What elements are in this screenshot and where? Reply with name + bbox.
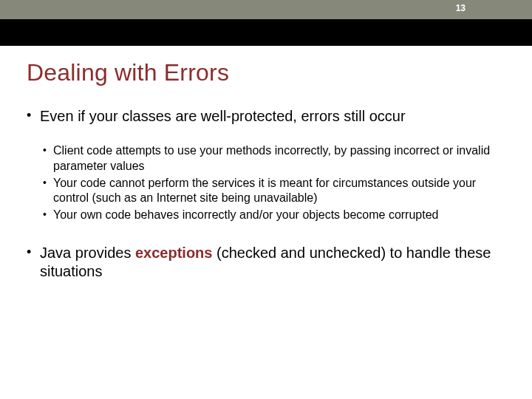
slide: 13 Dealing with Errors Even if your clas…	[0, 0, 532, 399]
bullet-lvl1-item: Even if your classes are well-protected,…	[27, 107, 505, 126]
bullet-lvl2-item: Your own code behaves incorrectly and/or…	[43, 208, 505, 223]
bullet-list-level2: Client code attempts to use your methods…	[27, 143, 505, 223]
bullet-lvl2-item: Client code attempts to use your methods…	[43, 143, 505, 174]
bullet-text: Your code cannot perform the services it…	[53, 177, 476, 205]
bullet-text-pre: Java provides	[40, 245, 135, 261]
accent-text: exceptions	[135, 245, 212, 261]
bullet-lvl2-item: Your code cannot perform the services it…	[43, 176, 505, 207]
bullet-list-level1: Even if your classes are well-protected,…	[27, 107, 505, 126]
bullet-lvl1-item: Java provides exceptions (checked and un…	[27, 244, 505, 281]
bullet-list-level1: Java provides exceptions (checked and un…	[27, 244, 505, 281]
top-bar: 13	[0, 0, 532, 19]
slide-title: Dealing with Errors	[27, 59, 505, 86]
bullet-text: Your own code behaves incorrectly and/or…	[53, 208, 438, 221]
slide-number: 13	[456, 3, 466, 13]
bullet-text: Client code attempts to use your methods…	[53, 144, 490, 172]
content-area: Dealing with Errors Even if your classes…	[0, 46, 532, 281]
black-band	[0, 19, 532, 46]
bullet-text: Even if your classes are well-protected,…	[40, 108, 406, 124]
sublist-container: Client code attempts to use your methods…	[27, 143, 505, 223]
